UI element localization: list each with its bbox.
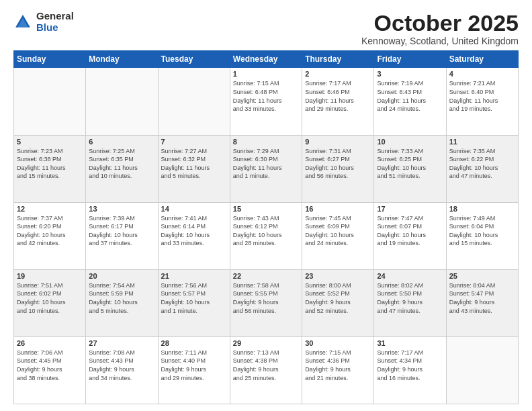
calendar-week-row: 5Sunrise: 7:23 AM Sunset: 6:38 PM Daylig… [14,135,519,202]
day-info: Sunrise: 7:51 AM Sunset: 6:02 PM Dayligh… [17,281,83,315]
calendar-cell: 26Sunrise: 7:06 AM Sunset: 4:45 PM Dayli… [14,336,86,404]
logo-blue: Blue [36,22,74,34]
day-info: Sunrise: 7:39 AM Sunset: 6:17 PM Dayligh… [89,214,154,248]
day-number: 4 [449,70,515,78]
calendar-cell: 14Sunrise: 7:41 AM Sunset: 6:14 PM Dayli… [158,202,230,269]
day-number: 17 [377,205,443,213]
calendar-cell: 31Sunrise: 7:17 AM Sunset: 4:34 PM Dayli… [374,336,446,404]
calendar-week-row: 12Sunrise: 7:37 AM Sunset: 6:20 PM Dayli… [14,202,519,269]
day-info: Sunrise: 7:17 AM Sunset: 4:34 PM Dayligh… [377,349,443,382]
calendar-cell: 6Sunrise: 7:25 AM Sunset: 6:35 PM Daylig… [86,135,158,202]
day-info: Sunrise: 7:37 AM Sunset: 6:20 PM Dayligh… [17,214,83,248]
day-number: 1 [233,70,299,78]
weekday-header: Friday [374,51,446,68]
day-info: Sunrise: 8:02 AM Sunset: 5:50 PM Dayligh… [377,281,443,315]
day-number: 11 [449,138,515,146]
day-number: 22 [233,272,299,280]
logo-icon [13,13,32,32]
day-info: Sunrise: 7:43 AM Sunset: 6:12 PM Dayligh… [233,214,299,248]
logo-general: General [36,11,74,22]
day-number: 18 [449,205,515,213]
calendar-cell: 22Sunrise: 7:58 AM Sunset: 5:55 PM Dayli… [230,269,302,336]
day-info: Sunrise: 7:19 AM Sunset: 6:43 PM Dayligh… [377,79,443,113]
calendar-cell: 16Sunrise: 7:45 AM Sunset: 6:09 PM Dayli… [302,202,374,269]
day-number: 13 [89,205,154,213]
calendar-cell: 21Sunrise: 7:56 AM Sunset: 5:57 PM Dayli… [158,269,230,336]
day-number: 27 [89,339,154,347]
day-number: 26 [17,339,83,347]
day-number: 7 [161,138,227,146]
calendar-cell: 11Sunrise: 7:35 AM Sunset: 6:22 PM Dayli… [446,135,518,202]
calendar-cell: 29Sunrise: 7:13 AM Sunset: 4:38 PM Dayli… [230,336,302,404]
calendar-cell: 30Sunrise: 7:15 AM Sunset: 4:36 PM Dayli… [302,336,374,404]
calendar-week-row: 1Sunrise: 7:15 AM Sunset: 6:48 PM Daylig… [14,68,519,135]
calendar-cell: 17Sunrise: 7:47 AM Sunset: 6:07 PM Dayli… [374,202,446,269]
day-info: Sunrise: 7:15 AM Sunset: 6:48 PM Dayligh… [233,79,299,113]
title-block: October 2025 Kennoway, Scotland, United … [361,11,519,46]
day-number: 16 [305,205,371,213]
day-number: 23 [305,272,371,280]
calendar-cell: 24Sunrise: 8:02 AM Sunset: 5:50 PM Dayli… [374,269,446,336]
day-info: Sunrise: 7:41 AM Sunset: 6:14 PM Dayligh… [161,214,227,248]
header: General Blue October 2025 Kennoway, Scot… [13,11,519,46]
day-info: Sunrise: 7:23 AM Sunset: 6:38 PM Dayligh… [17,147,83,181]
calendar-cell: 20Sunrise: 7:54 AM Sunset: 5:59 PM Dayli… [86,269,158,336]
calendar-cell [14,68,86,135]
day-info: Sunrise: 7:31 AM Sunset: 6:27 PM Dayligh… [305,147,371,181]
calendar-cell: 18Sunrise: 7:49 AM Sunset: 6:04 PM Dayli… [446,202,518,269]
day-number: 25 [449,272,515,280]
day-info: Sunrise: 7:06 AM Sunset: 4:45 PM Dayligh… [17,349,83,382]
day-number: 14 [161,205,227,213]
day-number: 10 [377,138,443,146]
calendar-cell: 12Sunrise: 7:37 AM Sunset: 6:20 PM Dayli… [14,202,86,269]
day-number: 20 [89,272,154,280]
day-number: 28 [161,339,227,347]
day-info: Sunrise: 7:13 AM Sunset: 4:38 PM Dayligh… [233,349,299,382]
calendar-cell: 4Sunrise: 7:21 AM Sunset: 6:40 PM Daylig… [446,68,518,135]
calendar-cell [446,336,518,404]
calendar-cell [86,68,158,135]
calendar-week-row: 19Sunrise: 7:51 AM Sunset: 6:02 PM Dayli… [14,269,519,336]
day-info: Sunrise: 7:58 AM Sunset: 5:55 PM Dayligh… [233,281,299,315]
calendar-cell: 8Sunrise: 7:29 AM Sunset: 6:30 PM Daylig… [230,135,302,202]
logo: General Blue [13,11,74,33]
calendar-cell [158,68,230,135]
day-number: 9 [305,138,371,146]
calendar-cell: 23Sunrise: 8:00 AM Sunset: 5:52 PM Dayli… [302,269,374,336]
day-info: Sunrise: 8:04 AM Sunset: 5:47 PM Dayligh… [449,281,515,315]
weekday-header: Sunday [14,51,86,68]
day-info: Sunrise: 7:35 AM Sunset: 6:22 PM Dayligh… [449,147,515,181]
calendar-cell: 10Sunrise: 7:33 AM Sunset: 6:25 PM Dayli… [374,135,446,202]
calendar-cell: 3Sunrise: 7:19 AM Sunset: 6:43 PM Daylig… [374,68,446,135]
day-info: Sunrise: 7:11 AM Sunset: 4:40 PM Dayligh… [161,349,227,382]
day-number: 6 [89,138,154,146]
day-info: Sunrise: 7:21 AM Sunset: 6:40 PM Dayligh… [449,79,515,113]
day-number: 2 [305,70,371,78]
calendar-cell: 7Sunrise: 7:27 AM Sunset: 6:32 PM Daylig… [158,135,230,202]
calendar-cell: 1Sunrise: 7:15 AM Sunset: 6:48 PM Daylig… [230,68,302,135]
day-number: 8 [233,138,299,146]
calendar-week-row: 26Sunrise: 7:06 AM Sunset: 4:45 PM Dayli… [14,336,519,404]
calendar-cell: 28Sunrise: 7:11 AM Sunset: 4:40 PM Dayli… [158,336,230,404]
calendar-cell: 9Sunrise: 7:31 AM Sunset: 6:27 PM Daylig… [302,135,374,202]
calendar-cell: 5Sunrise: 7:23 AM Sunset: 6:38 PM Daylig… [14,135,86,202]
weekday-header: Tuesday [158,51,230,68]
page: General Blue October 2025 Kennoway, Scot… [0,0,532,411]
day-number: 3 [377,70,443,78]
day-number: 31 [377,339,443,347]
day-info: Sunrise: 7:17 AM Sunset: 6:46 PM Dayligh… [305,79,371,113]
day-info: Sunrise: 7:25 AM Sunset: 6:35 PM Dayligh… [89,147,154,181]
calendar-cell: 15Sunrise: 7:43 AM Sunset: 6:12 PM Dayli… [230,202,302,269]
day-number: 5 [17,138,83,146]
day-info: Sunrise: 7:33 AM Sunset: 6:25 PM Dayligh… [377,147,443,181]
calendar-cell: 27Sunrise: 7:08 AM Sunset: 4:43 PM Dayli… [86,336,158,404]
day-info: Sunrise: 7:56 AM Sunset: 5:57 PM Dayligh… [161,281,227,315]
weekday-header: Thursday [302,51,374,68]
day-info: Sunrise: 7:49 AM Sunset: 6:04 PM Dayligh… [449,214,515,248]
calendar: SundayMondayTuesdayWednesdayThursdayFrid… [13,50,519,404]
day-number: 30 [305,339,371,347]
calendar-cell: 2Sunrise: 7:17 AM Sunset: 6:46 PM Daylig… [302,68,374,135]
month-title: October 2025 [361,11,519,36]
day-number: 12 [17,205,83,213]
logo-text: General Blue [36,11,74,33]
